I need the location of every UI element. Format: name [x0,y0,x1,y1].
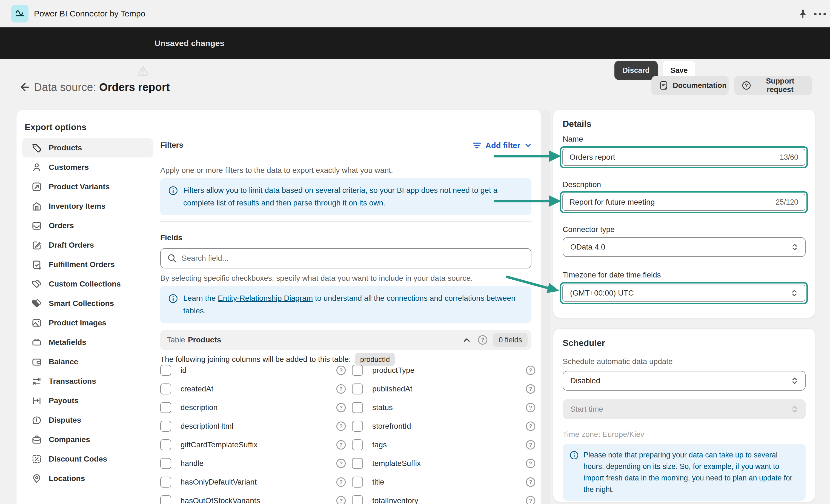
table-help-icon[interactable]: ? [477,335,488,345]
sidebar-item-metafields[interactable]: Metafields [22,333,153,352]
filters-heading: Filters [160,141,183,150]
documentation-button[interactable]: Documentation [651,76,729,95]
details-heading: Details [563,119,592,129]
field-help-icon[interactable]: ? [336,402,347,413]
sidebar-item-products[interactable]: Products [22,138,153,158]
checkbox-totalInventory[interactable] [352,495,363,504]
checkbox-title[interactable] [352,477,363,487]
field-help-icon[interactable]: ? [525,458,536,469]
timezone-select[interactable]: (GMT+00:00) UTC [563,285,805,302]
sidebar-item-label: Smart Collections [49,299,114,308]
tempo-wave-icon [14,8,26,20]
sidebar-item-label: Orders [49,221,74,230]
page-title-name: Orders report [99,81,170,93]
sidebar-item-locations[interactable]: Locations [22,469,153,488]
sidebar-item-disputes[interactable]: Disputes [22,411,153,430]
checkbox-description[interactable] [160,402,171,413]
checkbox-descriptionHtml[interactable] [160,421,171,432]
scheduler-banner-text: Please note that preparing your data can… [583,449,799,495]
sidebar-item-product-images[interactable]: Product Images [22,313,153,333]
table-products-bar[interactable]: Table Products ? 0 fields [160,330,532,350]
field-help-icon[interactable]: ? [336,421,347,432]
checkbox-templateSuffix[interactable] [352,458,363,469]
search-input[interactable] [182,254,525,263]
scrollbar-track[interactable] [542,109,550,504]
back-arrow-icon[interactable] [18,81,31,94]
pin-icon[interactable] [797,8,809,20]
field-help-icon[interactable]: ? [336,458,347,469]
sidebar-item-label: Product Variants [49,182,110,191]
checkbox-tags[interactable] [352,439,363,450]
svg-text:?: ? [529,479,532,485]
support-request-button[interactable]: ? Support request [734,76,812,95]
unsaved-changes-message: Unsaved changes [155,27,224,59]
svg-text:?: ? [529,367,532,373]
checkbox-giftCardTemplateSuffix[interactable] [160,439,171,450]
orders-icon [31,220,42,231]
sidebar-item-fulfillment-orders[interactable]: Fulfillment Orders [22,255,153,274]
svg-text:?: ? [529,405,532,411]
field-cell-templateSuffix: templateSuffix? [352,458,536,469]
field-help-icon[interactable]: ? [336,477,347,487]
field-help-icon[interactable]: ? [525,495,536,504]
field-label: totalInventory [372,496,418,504]
field-label: storefrontId [372,422,411,431]
field-help-icon[interactable]: ? [336,495,347,504]
collapse-chevron-up-icon[interactable] [461,335,472,345]
field-help-icon[interactable]: ? [336,365,347,376]
name-annotation-box: 13/60 [560,146,808,168]
svg-text:?: ? [340,405,343,411]
sidebar-item-inventory-items[interactable]: Inventory Items [22,197,153,216]
field-help-icon[interactable]: ? [336,383,347,395]
checkbox-productType[interactable] [352,365,363,376]
sidebar-item-custom-collections[interactable]: Custom Collections [22,275,153,294]
scheduler-info-banner: Please note that preparing your data can… [563,444,806,501]
sidebar-item-transactions[interactable]: Transactions [22,372,153,391]
sidebar-item-draft-orders[interactable]: Draft Orders [22,235,153,255]
field-help-icon[interactable]: ? [525,439,536,450]
sidebar-item-customers[interactable]: Customers [22,158,153,177]
field-label: title [372,478,384,486]
sidebar-item-product-variants[interactable]: Product Variants [22,177,153,196]
smart-collections-icon [31,298,42,309]
checkbox-hasOnlyDefaultVariant[interactable] [160,477,171,487]
connector-type-select[interactable]: OData 4.0 [563,237,806,257]
discard-button[interactable]: Discard [614,61,658,80]
checkbox-handle[interactable] [160,458,171,469]
sidebar-item-companies[interactable]: Companies [22,430,153,449]
sidebar-item-label: Inventory Items [49,202,105,211]
more-menu-icon[interactable] [814,11,828,17]
field-help-icon[interactable]: ? [525,477,536,487]
warning-icon [137,65,149,77]
sidebar-item-payouts[interactable]: Payouts [22,391,153,410]
description-input[interactable] [570,198,771,207]
checkbox-createdAt[interactable] [160,383,171,395]
scheduler-mode-select[interactable]: Disabled [563,371,806,390]
document-icon [659,80,669,91]
sidebar-item-balance[interactable]: Balance [22,352,153,371]
field-help-icon[interactable]: ? [525,402,536,413]
sidebar-item-smart-collections[interactable]: Smart Collections [22,294,153,313]
filters-info-banner: Filters allow you to limit data based on… [160,178,532,215]
checkbox-storefrontId[interactable] [352,421,363,432]
field-help-icon[interactable]: ? [525,365,536,376]
field-label: status [372,403,393,412]
field-help-icon[interactable]: ? [525,421,536,432]
field-help-icon[interactable]: ? [336,439,347,450]
tag-icon [31,143,42,153]
name-input[interactable] [570,153,775,162]
field-cell-hasOutOfStockVariants: hasOutOfStockVariants? [160,495,352,504]
field-help-icon[interactable]: ? [525,383,536,395]
page-title-prefix: Data source: [34,81,96,93]
sidebar-item-discount-codes[interactable]: Discount Codes [22,449,153,469]
field-label: giftCardTemplateSuffix [181,440,257,449]
checkbox-status[interactable] [352,402,363,413]
er-diagram-link[interactable]: Entity-Relationship Diagram [218,294,313,303]
checkbox-publishedAt[interactable] [352,383,363,395]
banner-text-prefix: Learn the [183,294,218,303]
field-label: description [181,403,218,412]
checkbox-hasOutOfStockVariants[interactable] [160,495,171,504]
checkbox-id[interactable] [160,365,171,376]
field-cell-giftCardTemplateSuffix: giftCardTemplateSuffix? [160,439,352,450]
sidebar-item-orders[interactable]: Orders [22,216,153,235]
